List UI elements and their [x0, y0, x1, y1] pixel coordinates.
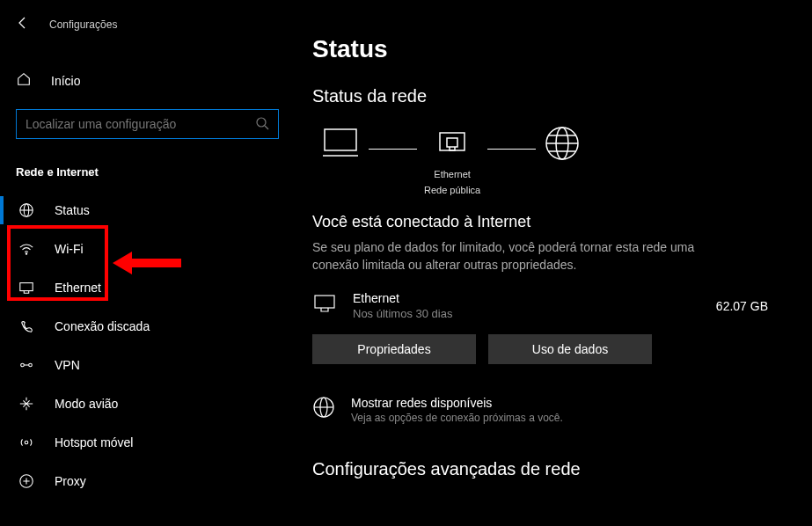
svg-rect-11: [447, 138, 457, 147]
sidebar-item-label: Hotspot móvel: [55, 435, 133, 449]
diagram-caption-1: Ethernet: [434, 169, 471, 179]
sidebar-item-proxy[interactable]: Proxy: [0, 462, 295, 500]
section-title: Status da rede: [312, 86, 794, 106]
sidebar-item-label: Conexão discada: [55, 319, 150, 333]
sidebar-item-wifi[interactable]: Wi-Fi: [0, 230, 295, 268]
wifi-icon: [18, 240, 35, 258]
sidebar-item-ethernet[interactable]: Ethernet: [0, 268, 295, 307]
proxy-icon: [18, 472, 35, 490]
sidebar-item-vpn[interactable]: VPN: [0, 346, 295, 384]
svg-point-6: [29, 363, 33, 367]
home-label: Início: [51, 74, 80, 88]
computer-icon: [319, 126, 362, 164]
globe-link-icon: [312, 396, 335, 421]
ethernet-port-icon: [435, 126, 470, 164]
ethernet-icon: [18, 279, 35, 296]
button-row: Propriedades Uso de dados: [312, 334, 794, 364]
page-title: Status: [312, 35, 794, 63]
properties-button[interactable]: Propriedades: [312, 334, 476, 364]
usage-name: Ethernet: [353, 291, 700, 305]
svg-rect-4: [20, 283, 33, 291]
sidebar-item-label: Status: [55, 203, 90, 217]
usage-amount: 62.07 GB: [716, 299, 768, 313]
show-networks-link[interactable]: Mostrar redes disponíveis Veja as opções…: [312, 396, 794, 424]
svg-point-0: [257, 118, 266, 127]
sidebar-item-label: Proxy: [55, 474, 86, 488]
show-networks-subtitle: Veja as opções de conexão próximas a voc…: [351, 412, 563, 424]
connected-heading: Você está conectado à Internet: [312, 213, 794, 231]
dialup-icon: [18, 318, 35, 335]
usage-subtitle: Nos últimos 30 dias: [353, 307, 700, 320]
app-title: Configurações: [49, 18, 117, 31]
show-networks-title: Mostrar redes disponíveis: [351, 396, 563, 410]
vpn-icon: [18, 356, 35, 374]
sidebar-item-hotspot[interactable]: Hotspot móvel: [0, 423, 295, 462]
globe-large-icon: [543, 124, 582, 165]
search-input-container[interactable]: [16, 109, 279, 139]
diagram-caption-2: Rede pública: [424, 185, 480, 195]
svg-point-3: [26, 253, 26, 254]
svg-rect-9: [325, 129, 356, 150]
data-usage-button[interactable]: Uso de dados: [488, 334, 652, 364]
sidebar-item-label: Modo avião: [55, 397, 118, 411]
svg-point-7: [25, 441, 28, 444]
svg-rect-10: [440, 133, 465, 150]
search-icon: [255, 116, 269, 133]
globe-icon: [18, 201, 35, 219]
search-input[interactable]: [26, 117, 255, 131]
category-heading: Rede e Internet: [0, 158, 295, 191]
advanced-section-title: Configurações avançadas de rede: [312, 459, 794, 479]
sidebar: Configurações Início Rede e Internet Sta…: [0, 0, 295, 526]
sidebar-item-status[interactable]: Status: [0, 191, 295, 230]
main-content: Status Status da rede Ethernet Rede públ…: [295, 0, 812, 526]
network-diagram: Ethernet Rede pública: [319, 124, 794, 197]
connected-description: Se seu plano de dados for limitado, você…: [312, 238, 735, 274]
titlebar: Configurações: [0, 9, 295, 40]
sidebar-item-label: Ethernet: [55, 281, 101, 295]
ethernet-usage-icon: [312, 292, 337, 319]
back-icon[interactable]: [16, 16, 30, 33]
hotspot-icon: [18, 434, 35, 451]
sidebar-item-dialup[interactable]: Conexão discada: [0, 307, 295, 346]
svg-point-5: [21, 363, 25, 367]
usage-row: Ethernet Nos últimos 30 dias 62.07 GB: [312, 291, 794, 320]
home-icon: [16, 71, 32, 90]
home-button[interactable]: Início: [0, 55, 295, 106]
sidebar-item-airplane[interactable]: Modo avião: [0, 384, 295, 423]
sidebar-item-label: Wi-Fi: [55, 242, 84, 256]
airplane-icon: [18, 395, 35, 413]
svg-rect-14: [315, 296, 334, 308]
sidebar-item-label: VPN: [55, 358, 80, 372]
